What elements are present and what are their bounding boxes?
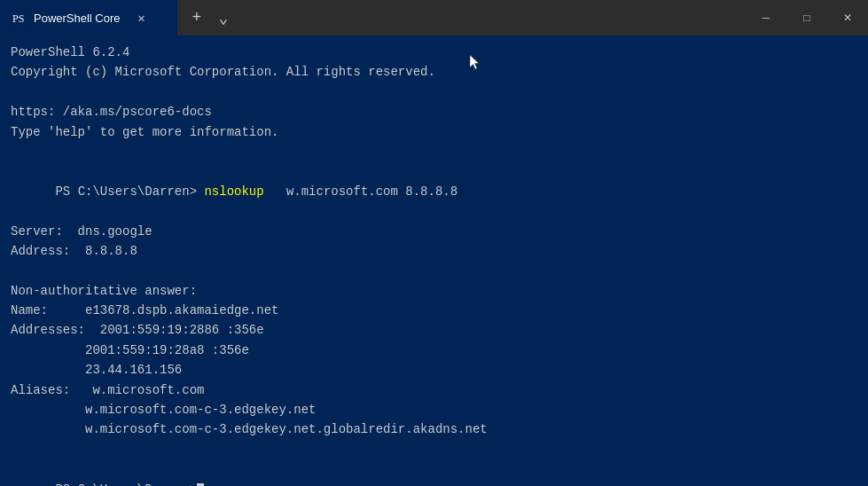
output-line-13: Addresses: 2001:559:19:2886 :356e (11, 320, 857, 340)
prompt-label: PS C:\Users\Darren> (55, 184, 204, 199)
output-line-8: Server: dns.google (11, 222, 857, 241)
output-line-9: Address: 8.8.8.8 (11, 241, 857, 261)
output-line-2: Copyright (c) Microsoft Corporation. All… (11, 62, 857, 82)
command-text: nslookup (204, 184, 263, 199)
terminal-body[interactable]: PowerShell 6.2.4 Copyright (c) Microsoft… (0, 35, 868, 486)
output-line-3 (11, 82, 857, 102)
titlebar: PS PowerShell Core ✕ + ⌄ ─ □ ✕ (0, 0, 868, 35)
output-line-10 (11, 261, 857, 280)
minimize-button[interactable]: ─ (746, 0, 786, 35)
output-line-12: Name: e13678.dspb.akamaiedge.net (11, 301, 857, 320)
output-line-15: 23.44.161.156 (11, 360, 857, 380)
output-line-1: PowerShell 6.2.4 (11, 43, 857, 62)
output-line-prompt: PS C:\Users\Darren> (11, 459, 857, 486)
tab-title-label: PowerShell Core (34, 12, 121, 25)
output-line-6 (11, 142, 857, 161)
output-line-11: Non-authoritative answer: (11, 281, 857, 301)
output-line-18: w.microsoft.com-c-3.edgekey.net.globalre… (11, 419, 857, 439)
output-line-5: Type 'help' to get more information. (11, 122, 857, 142)
tab-dropdown-button[interactable]: ⌄ (211, 5, 236, 30)
output-line-17: w.microsoft.com-c-3.edgekey.net (11, 400, 857, 419)
active-tab[interactable]: PS PowerShell Core ✕ (0, 0, 177, 35)
new-tab-button[interactable]: + (184, 5, 209, 30)
output-line-4: https: /aka.ms/pscore6-docs (11, 102, 857, 122)
powershell-icon: PS (11, 10, 27, 26)
close-button[interactable]: ✕ (827, 0, 868, 35)
tab-area: PS PowerShell Core ✕ + ⌄ (0, 0, 746, 35)
output-line-cmd: PS C:\Users\Darren> nslookup w.microsoft… (11, 161, 857, 221)
powershell-window: PS PowerShell Core ✕ + ⌄ ─ □ ✕ PowerShel… (0, 0, 868, 486)
tab-controls: + ⌄ (177, 5, 243, 30)
svg-text:PS: PS (12, 12, 24, 25)
final-prompt: PS C:\Users\Darren> (55, 482, 197, 486)
maximize-button[interactable]: □ (786, 0, 827, 35)
command-args: w.microsoft.com 8.8.8.8 (264, 184, 457, 199)
tab-close-button[interactable]: ✕ (135, 11, 149, 25)
terminal-cursor (197, 483, 204, 486)
output-line-16: Aliases: w.microsoft.com (11, 380, 857, 400)
output-line-14: 2001:559:19:28a8 :356e (11, 341, 857, 360)
window-controls: ─ □ ✕ (746, 0, 868, 35)
output-line-19 (11, 440, 857, 459)
